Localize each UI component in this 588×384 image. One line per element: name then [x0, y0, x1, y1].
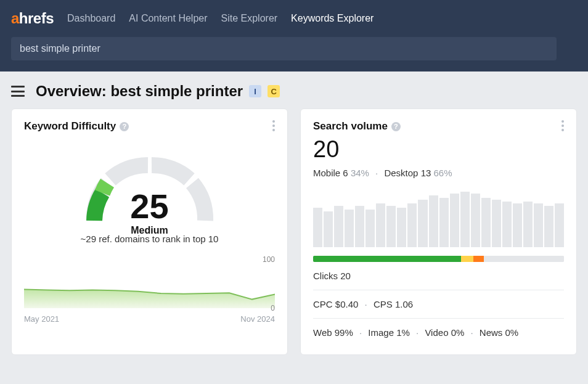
keyword-search-input[interactable]: best simple printer [11, 37, 557, 60]
news-label: News [480, 327, 503, 338]
clicks-distribution-bar [313, 256, 564, 262]
volume-bar [334, 206, 343, 248]
logo-accent: a [11, 10, 19, 27]
kd-score: 25 [24, 189, 275, 224]
clicks-row: Clicks 20 [313, 271, 564, 281]
help-icon[interactable]: ? [120, 122, 129, 131]
volume-bar [555, 203, 564, 247]
nav-site-explorer[interactable]: Site Explorer [221, 13, 278, 24]
volume-bar [450, 194, 459, 247]
intent-badge-i[interactable]: I [249, 85, 261, 97]
volume-bar [544, 206, 553, 248]
kd-y-top: 100 [263, 255, 275, 264]
sv-desktop-pct: 66% [433, 168, 452, 178]
volume-bar [429, 195, 438, 247]
volume-bar [386, 206, 396, 248]
volume-bar [492, 200, 501, 247]
clicks-label: Clicks [313, 271, 338, 281]
volume-bar [439, 198, 449, 247]
volume-bar [355, 206, 364, 248]
sv-device-breakdown: Mobile 6 34% · Desktop 13 66% [313, 168, 564, 178]
page-title: Overview: best simple printer I C [36, 83, 280, 100]
sub-header: Overview: best simple printer I C [0, 71, 588, 108]
menu-icon[interactable] [11, 86, 25, 97]
volume-bar [397, 208, 406, 247]
top-bar: ahrefs Dashboard AI Content Helper Site … [0, 0, 588, 71]
separator-dot: · [359, 327, 362, 338]
nav-dashboard[interactable]: Dashboard [67, 13, 115, 24]
nav-ai-content-helper[interactable]: AI Content Helper [129, 13, 207, 24]
volume-bar [376, 203, 385, 247]
vertical-breakdown-row: Web 99% · Image 1% · Video 0% · News 0% [313, 327, 564, 338]
volume-bar [523, 202, 533, 247]
image-pct: 1% [396, 327, 410, 338]
title-prefix: Overview: [36, 83, 110, 99]
cpc-val: $0.40 [335, 299, 359, 309]
kd-title-text: Keyword Difficulty [24, 120, 116, 133]
sv-mobile-label: Mobile [313, 168, 340, 178]
kd-label: Medium [24, 225, 275, 236]
logo[interactable]: ahrefs [11, 10, 54, 27]
cpc-cps-row: CPC $0.40 · CPS 1.06 [313, 299, 564, 309]
cpc-label: CPC [313, 299, 333, 309]
volume-bar [324, 211, 333, 247]
divider [313, 290, 564, 290]
news-pct: 0% [505, 327, 519, 338]
sv-mobile-pct: 34% [351, 168, 369, 178]
kd-gauge: 25 Medium [24, 144, 275, 230]
separator-dot: · [365, 299, 367, 309]
separator-dot: · [471, 327, 473, 338]
volume-bar [365, 210, 375, 247]
cps-label: CPS [374, 299, 393, 309]
image-label: Image [368, 327, 394, 338]
volume-bar [418, 200, 427, 247]
help-icon[interactable]: ? [391, 122, 401, 131]
volume-bar [534, 203, 543, 247]
cps-val: 1.06 [395, 299, 413, 309]
volume-bar [313, 208, 322, 247]
keyword-difficulty-card: Keyword Difficulty ? 25 Medium ~29 ref. … [11, 108, 288, 355]
search-volume-card: Search volume ? 20 Mobile 6 34% · Deskto… [300, 108, 577, 355]
separator-dot: · [416, 327, 419, 338]
clickbar-segment [473, 256, 483, 262]
web-pct: 99% [335, 327, 353, 338]
nav-row: ahrefs Dashboard AI Content Helper Site … [11, 0, 577, 37]
card-menu-icon[interactable] [558, 120, 568, 131]
separator-dot: · [375, 168, 378, 178]
intent-badge-c[interactable]: C [267, 85, 280, 97]
kd-x-start: May 2021 [24, 314, 59, 324]
volume-bar [481, 198, 491, 247]
clickbar-segment [461, 256, 473, 262]
volume-bar [407, 203, 417, 247]
divider [313, 318, 564, 319]
sv-desktop-label: Desktop [384, 168, 418, 178]
sv-bar-chart [313, 192, 564, 247]
sv-volume: 20 [313, 136, 564, 163]
sv-desktop-val: 13 [421, 168, 431, 178]
card-menu-icon[interactable] [269, 120, 279, 131]
kd-title: Keyword Difficulty ? [24, 120, 275, 133]
sv-title-text: Search volume [313, 120, 388, 133]
logo-rest: hrefs [19, 10, 54, 27]
cards-row: Keyword Difficulty ? 25 Medium ~29 ref. … [0, 108, 588, 366]
clicks-val: 20 [340, 271, 351, 281]
clickbar-segment [484, 256, 564, 262]
web-label: Web [313, 327, 332, 338]
volume-bar [460, 192, 470, 247]
volume-bar [502, 202, 512, 247]
nav-keywords-explorer[interactable]: Keywords Explorer [291, 13, 374, 24]
kd-x-end: Nov 2024 [240, 314, 275, 324]
title-keyword: best simple printer [110, 83, 243, 99]
video-pct: 0% [451, 327, 465, 338]
volume-bar [513, 203, 522, 247]
clickbar-segment [313, 256, 461, 262]
kd-trend-chart: 100 0 May 2021 Nov 2024 [24, 259, 275, 324]
kd-trend-svg [24, 259, 275, 308]
sv-title: Search volume ? [313, 120, 564, 133]
sv-mobile-val: 6 [343, 168, 348, 178]
kd-y-bottom: 0 [271, 304, 275, 313]
volume-bar [345, 210, 354, 247]
video-label: Video [425, 327, 448, 338]
volume-bar [471, 194, 480, 247]
